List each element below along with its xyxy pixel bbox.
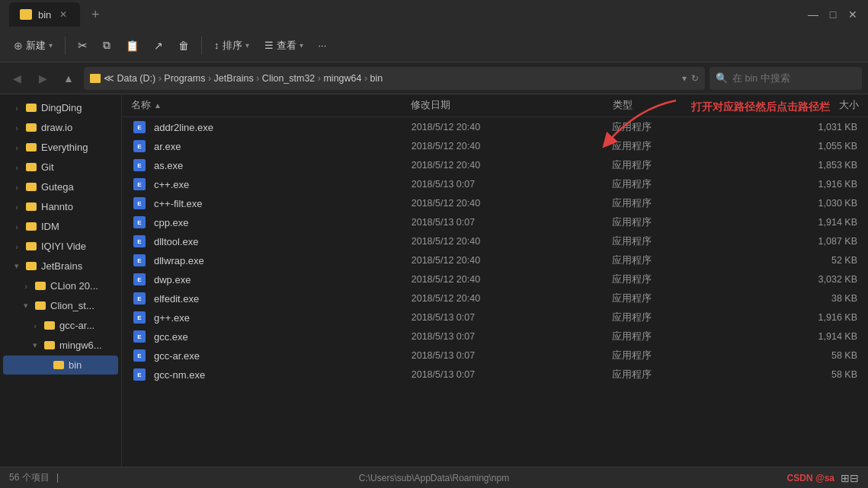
table-row[interactable]: E addr2line.exe 2018/5/12 20:40 应用程序 1,0… [123, 118, 866, 136]
folder-icon [44, 341, 55, 349]
view-toggle[interactable]: ⊞⊟ [841, 472, 859, 484]
file-size-cell: 38 KB [746, 293, 857, 304]
col-type-label: 类型 [613, 100, 633, 110]
sidebar-item-gutega[interactable]: › Gutega [3, 177, 118, 196]
sidebar-item-dingding[interactable]: › DingDing [3, 98, 118, 117]
table-row[interactable]: E ar.exe 2018/5/12 20:40 应用程序 1,055 KB [123, 137, 866, 155]
breadcrumb[interactable]: ≪ Data (D:) › Programs › JetBrains › Cli… [84, 67, 705, 90]
file-date-cell: 2018/5/12 20:40 [412, 255, 612, 266]
table-row[interactable]: E c++.exe 2018/5/13 0:07 应用程序 1,916 KB [123, 175, 866, 193]
file-size-cell: 1,853 KB [746, 160, 857, 171]
sidebar-item-git[interactable]: › Git [3, 158, 118, 177]
table-row[interactable]: E dllwrap.exe 2018/5/12 20:40 应用程序 52 KB [123, 251, 866, 270]
file-icon: E [133, 254, 146, 267]
table-row[interactable]: E as.exe 2018/5/12 20:40 应用程序 1,853 KB [123, 156, 866, 174]
file-icon: E [133, 196, 146, 210]
forward-button[interactable]: ▶ [32, 68, 53, 89]
new-tab-button[interactable]: + [85, 4, 106, 25]
new-label: 新建 [26, 39, 46, 53]
cut-button[interactable]: ✂ [72, 35, 94, 56]
col-date-header[interactable]: 修改日期 [411, 99, 612, 112]
sidebar-item-idm[interactable]: › IDM [3, 217, 118, 236]
file-date-cell: 2018/5/13 0:07 [412, 369, 612, 380]
file-type-cell: 应用程序 [612, 178, 746, 191]
title-bar: bin ✕ + — □ ✕ [0, 0, 868, 29]
sidebar-item-jetbrains[interactable]: ▾ JetBrains [3, 257, 118, 276]
table-row[interactable]: E dwp.exe 2018/5/12 20:40 应用程序 3,032 KB [123, 270, 866, 289]
sidebar-label: IQIYI Vide [41, 241, 112, 252]
sidebar-item-hannto[interactable]: › Hannto [3, 197, 118, 216]
delete-icon: 🗑 [178, 40, 189, 52]
up-button[interactable]: ▲ [58, 68, 79, 89]
folder-icon [26, 262, 37, 270]
table-row[interactable]: E gcc-nm.exe 2018/5/13 0:07 应用程序 58 KB [123, 365, 866, 384]
expand-icon: › [12, 183, 21, 192]
sidebar-label: bin [69, 359, 112, 371]
file-name-cell: E cpp.exe [133, 215, 412, 229]
file-area: 名称 ▲ 修改日期 类型 大小 E addr2line.exe 2018/5/1… [122, 94, 868, 467]
delete-button[interactable]: 🗑 [172, 36, 195, 56]
file-name-cell: E addr2line.exe [133, 120, 412, 134]
exe-icon: E [133, 216, 146, 228]
new-button[interactable]: ⊕ 新建 ▾ [8, 35, 59, 56]
sidebar-item-bin[interactable]: bin [3, 356, 118, 375]
paste-icon: 📋 [126, 40, 139, 52]
folder-icon [26, 203, 37, 211]
maximize-button[interactable]: □ [827, 8, 839, 21]
file-date-cell: 2018/5/12 20:40 [412, 198, 612, 209]
sidebar-item-clionst[interactable]: ▾ Clion_st... [3, 296, 118, 315]
file-size-cell: 1,916 KB [746, 312, 857, 323]
col-name-header[interactable]: 名称 ▲ [131, 99, 411, 112]
tab-bin[interactable]: bin ✕ [9, 2, 80, 27]
table-row[interactable]: E gcc.exe 2018/5/13 0:07 应用程序 1,914 KB [123, 327, 866, 346]
file-icon: E [133, 311, 146, 324]
more-button[interactable]: ··· [312, 36, 333, 55]
tab-close-button[interactable]: ✕ [57, 8, 69, 21]
sidebar: › DingDing › draw.io › Everything › Git … [0, 94, 122, 467]
col-size-header[interactable]: 大小 [747, 99, 859, 112]
file-icon: E [133, 292, 146, 305]
file-size-cell: 1,030 KB [746, 198, 857, 209]
dropdown-icon[interactable]: ▾ [682, 73, 687, 84]
minimize-button[interactable]: — [807, 8, 819, 21]
file-name-cell: E elfedit.exe [133, 292, 412, 305]
share-button[interactable]: ↗ [148, 36, 169, 56]
view-button[interactable]: ☰ 查看 ▾ [258, 35, 309, 56]
file-icon: E [133, 120, 146, 134]
folder-icon [35, 282, 46, 290]
file-type-cell: 应用程序 [612, 159, 746, 172]
sidebar-label: DingDing [41, 102, 112, 113]
file-size-cell: 52 KB [746, 255, 857, 266]
table-row[interactable]: E c++-filt.exe 2018/5/12 20:40 应用程序 1,03… [123, 194, 866, 212]
table-row[interactable]: E dlltool.exe 2018/5/12 20:40 应用程序 1,087… [123, 232, 866, 250]
sidebar-item-gccar[interactable]: › gcc-ar... [3, 316, 118, 335]
expand-icon: › [12, 163, 21, 172]
sort-chevron: ▾ [245, 41, 249, 49]
close-button[interactable]: ✕ [847, 8, 859, 21]
sidebar-item-clion20[interactable]: › CLion 20... [3, 276, 118, 295]
refresh-icon[interactable]: ↻ [691, 73, 699, 84]
file-type-cell: 应用程序 [612, 235, 746, 248]
sidebar-item-drawio[interactable]: › draw.io [3, 118, 118, 137]
expand-icon: › [12, 242, 21, 251]
expand-icon: ▾ [21, 301, 30, 311]
search-input[interactable] [732, 73, 839, 84]
table-row[interactable]: E cpp.exe 2018/5/13 0:07 应用程序 1,914 KB [123, 213, 866, 231]
exe-icon: E [133, 159, 146, 171]
table-row[interactable]: E elfedit.exe 2018/5/12 20:40 应用程序 38 KB [123, 289, 866, 308]
col-type-header[interactable]: 类型 [613, 99, 747, 112]
paste-button[interactable]: 📋 [120, 36, 145, 56]
back-button[interactable]: ◀ [6, 68, 27, 89]
view-icon: ☰ [264, 40, 274, 51]
sidebar-item-iqiyi[interactable]: › IQIYI Vide [3, 237, 118, 256]
file-icon: E [133, 330, 146, 343]
sidebar-item-everything[interactable]: › Everything [3, 138, 118, 157]
file-size-cell: 58 KB [746, 369, 857, 380]
table-row[interactable]: E gcc-ar.exe 2018/5/13 0:07 应用程序 58 KB [123, 346, 866, 365]
table-row[interactable]: E g++.exe 2018/5/13 0:07 应用程序 1,916 KB [123, 308, 866, 327]
sort-button[interactable]: ↕ 排序 ▾ [208, 35, 255, 56]
sidebar-item-mingw6[interactable]: ▾ mingw6... [3, 336, 118, 355]
copy-button[interactable]: ⧉ [97, 35, 117, 56]
file-name-cell: E dwp.exe [133, 273, 412, 286]
file-type-cell: 应用程序 [612, 121, 746, 134]
